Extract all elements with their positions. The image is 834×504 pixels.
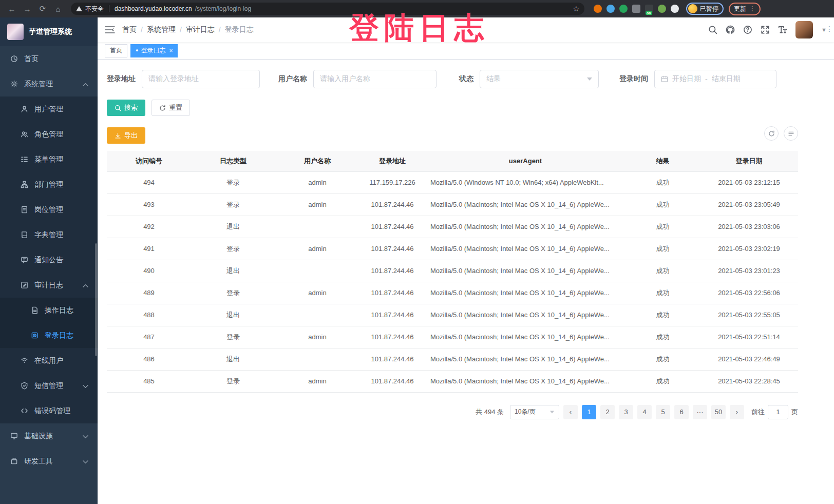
sidebar-item-通知公告[interactable]: 通知公告 — [0, 247, 98, 273]
refresh-button[interactable] — [764, 126, 779, 141]
sidebar-item-研发工具[interactable]: 研发工具 — [0, 449, 98, 474]
ext-blue-gem-icon[interactable] — [606, 5, 615, 13]
sidebar-item-系统管理[interactable]: 系统管理 — [0, 71, 98, 96]
security-label[interactable]: 不安全 — [85, 5, 104, 13]
ext-orange-icon[interactable] — [594, 5, 602, 13]
sidebar-item-基础设施[interactable]: 基础设施 — [0, 423, 98, 449]
browser-reload-icon[interactable]: ⟳ — [36, 2, 49, 15]
navbar-more-icon[interactable]: ⋮ — [826, 25, 833, 33]
address-bar[interactable]: 不安全 dashboard.yudao.iocoder.cn /system/l… — [71, 3, 584, 15]
audit-edit-icon — [21, 281, 28, 289]
notice-icon — [21, 256, 28, 264]
sidebar-scrollbar[interactable] — [95, 243, 97, 356]
table-row[interactable]: 490退出101.87.244.46Mozilla/5.0 (Macintosh… — [107, 260, 798, 282]
ext-puzzle-icon[interactable] — [671, 5, 679, 13]
table-row[interactable]: 493登录admin101.87.244.46Mozilla/5.0 (Maci… — [107, 193, 798, 216]
reset-button[interactable]: 重置 — [151, 100, 190, 116]
browser-home-icon[interactable]: ⌂ — [51, 2, 65, 15]
sidebar-item-角色管理[interactable]: 角色管理 — [0, 122, 98, 147]
tab-登录日志[interactable]: ●登录日志× — [130, 44, 178, 57]
browser-back-icon[interactable]: ← — [5, 2, 18, 15]
sidebar-item-审计日志[interactable]: 审计日志 — [0, 273, 98, 298]
sidebar-item-label: 字典管理 — [34, 230, 63, 240]
next-page-button[interactable]: › — [730, 405, 744, 419]
search-button-icon — [115, 105, 121, 111]
sidebar-item-在线用户[interactable]: 在线用户 — [0, 348, 98, 373]
search-button[interactable]: 搜索 — [107, 100, 145, 116]
table-row[interactable]: 485登录admin101.87.244.46Mozilla/5.0 (Maci… — [107, 370, 798, 392]
table-row[interactable]: 492退出101.87.244.46Mozilla/5.0 (Macintosh… — [107, 216, 798, 238]
page-button-2[interactable]: 2 — [600, 405, 615, 419]
sidebar-item-操作日志[interactable]: 操作日志 — [0, 298, 98, 323]
page-button-3[interactable]: 3 — [619, 405, 633, 419]
sidebar-item-登录日志[interactable]: 登录日志 — [0, 323, 98, 348]
org-tree-icon — [21, 181, 28, 188]
login-address-input[interactable]: 请输入登录地址 — [142, 70, 260, 88]
status-select[interactable]: 结果 — [480, 70, 599, 88]
hamburger-icon[interactable] — [105, 26, 115, 34]
github-icon[interactable] — [726, 25, 735, 34]
active-tab-dot-icon: ● — [136, 48, 138, 53]
goto-suffix: 页 — [791, 408, 798, 417]
table-row[interactable]: 486退出101.87.244.46Mozilla/5.0 (Macintosh… — [107, 348, 798, 370]
sidebar-item-首页[interactable]: 首页 — [0, 46, 98, 71]
cell-date: 2021-05-03 23:01:23 — [700, 260, 798, 282]
breadcrumb-item[interactable]: 审计日志 — [186, 25, 215, 34]
table-row[interactable]: 494登录admin117.159.17.226Mozilla/5.0 (Win… — [107, 171, 798, 193]
browser-forward-icon[interactable]: → — [21, 2, 34, 15]
search-icon[interactable] — [708, 25, 717, 34]
columns-button[interactable] — [784, 126, 798, 141]
sidebar-item-部门管理[interactable]: 部门管理 — [0, 172, 98, 197]
table-row[interactable]: 487登录admin101.87.244.46Mozilla/5.0 (Maci… — [107, 326, 798, 348]
profile-badge-label: 已暂停 — [700, 5, 718, 13]
ext-list-on-icon[interactable]: on — [645, 5, 653, 13]
page-button-1[interactable]: 1 — [582, 405, 596, 419]
sidebar-header[interactable]: 芋道管理系统 — [0, 17, 98, 46]
page-button-6[interactable]: 6 — [674, 405, 689, 419]
font-size-icon[interactable] — [778, 25, 787, 34]
cell-ip: 101.87.244.46 — [359, 348, 425, 370]
sidebar-item-label: 通知公告 — [34, 256, 63, 265]
login-time-label: 登录时间 — [619, 74, 648, 84]
sidebar-item-字典管理[interactable]: 字典管理 — [0, 222, 98, 247]
table-row[interactable]: 491登录admin101.87.244.46Mozilla/5.0 (Maci… — [107, 238, 798, 260]
bookmark-star-icon[interactable]: ☆ — [573, 5, 579, 13]
sidebar-item-错误码管理[interactable]: 错误码管理 — [0, 398, 98, 423]
page-size-select[interactable]: 10条/页 — [510, 405, 559, 419]
user-avatar[interactable] — [795, 21, 813, 38]
breadcrumb: 首页/系统管理/审计日志/登录日志 — [122, 25, 254, 34]
tab-首页[interactable]: 首页 — [105, 44, 127, 57]
username-input[interactable]: 请输入用户名称 — [313, 70, 437, 88]
close-icon[interactable]: × — [169, 47, 173, 54]
sidebar-item-label: 岗位管理 — [34, 205, 63, 215]
more-pages-button[interactable]: ··· — [693, 405, 707, 419]
navbar-actions: ▼ — [708, 21, 827, 38]
profile-chip[interactable]: 已暂停 — [686, 3, 724, 15]
export-button[interactable]: 导出 — [107, 127, 145, 144]
cell-useragent: Mozilla/5.0 (Macintosh; Intel Mac OS X 1… — [425, 260, 626, 282]
sidebar-item-岗位管理[interactable]: 岗位管理 — [0, 197, 98, 222]
breadcrumb-item[interactable]: 首页 — [122, 25, 137, 34]
prev-page-button[interactable]: ‹ — [563, 405, 578, 419]
ext-plant-icon[interactable] — [658, 5, 666, 13]
sidebar-item-短信管理[interactable]: 短信管理 — [0, 373, 98, 398]
help-icon[interactable] — [743, 25, 752, 34]
date-range-picker[interactable]: 开始日期 - 结束日期 — [654, 70, 776, 88]
fullscreen-icon[interactable] — [761, 25, 770, 34]
table-body: 494登录admin117.159.17.226Mozilla/5.0 (Win… — [107, 171, 798, 392]
ext-blocks-icon[interactable] — [632, 5, 640, 13]
table-row[interactable]: 488退出101.87.244.46Mozilla/5.0 (Macintosh… — [107, 304, 798, 326]
table-row[interactable]: 489登录admin101.87.244.46Mozilla/5.0 (Maci… — [107, 282, 798, 304]
sidebar-item-用户管理[interactable]: 用户管理 — [0, 96, 98, 122]
sidebar-item-菜单管理[interactable]: 菜单管理 — [0, 147, 98, 172]
page-button-4[interactable]: 4 — [637, 405, 652, 419]
breadcrumb-item[interactable]: 系统管理 — [147, 25, 176, 34]
browser-update-button[interactable]: 更新 ⋮ — [729, 3, 761, 15]
goto-page: 前往 1 页 — [751, 405, 798, 419]
goto-page-input[interactable]: 1 — [768, 405, 788, 419]
ext-green-sync-icon[interactable] — [619, 5, 628, 13]
browser-menu-icon[interactable]: ⋮ — [749, 5, 755, 12]
page-button-50[interactable]: 50 — [711, 405, 726, 419]
page-button-5[interactable]: 5 — [656, 405, 670, 419]
cell-username: admin — [275, 326, 359, 348]
